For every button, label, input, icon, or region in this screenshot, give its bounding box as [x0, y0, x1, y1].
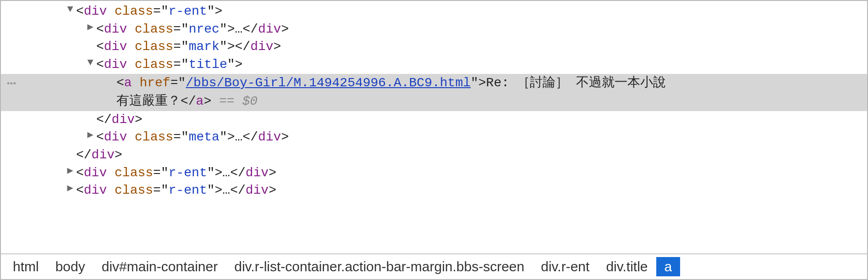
breadcrumb-bar[interactable]: html body div#main-container div.r-list-… [1, 253, 867, 279]
gutter-dots-icon[interactable]: ••• [1, 74, 20, 111]
dom-node-nrec[interactable]: ▶ <div class="nrec">…</div> [1, 21, 867, 39]
dom-tree[interactable]: ▼ <div class="r-ent"> ▶ <div class="nrec… [1, 1, 867, 200]
dom-node-mark[interactable]: <div class="mark"></div> [1, 38, 867, 56]
breadcrumb-item[interactable]: div#main-container [93, 257, 226, 276]
breadcrumb-item[interactable]: div.r-list-container.action-bar-margin.b… [226, 257, 533, 276]
breadcrumb-item[interactable]: body [47, 257, 93, 276]
breadcrumb-item[interactable]: div.r-ent [533, 257, 598, 276]
expand-toggle-down-icon[interactable]: ▼ [64, 3, 76, 17]
expand-toggle-right-icon[interactable]: ▶ [84, 129, 96, 142]
devtools-panel: ▼ <div class="r-ent"> ▶ <div class="nrec… [0, 0, 868, 280]
expand-toggle-right-icon[interactable]: ▶ [64, 182, 76, 196]
dom-node-r-ent-collapsed[interactable]: ▶ <div class="r-ent">…</div> [1, 182, 867, 200]
dom-node-r-ent-open[interactable]: ▼ <div class="r-ent"> [1, 3, 867, 21]
expand-toggle-right-icon[interactable]: ▶ [64, 164, 76, 178]
expand-toggle-down-icon[interactable]: ▼ [84, 56, 96, 70]
breadcrumb-item[interactable]: div.title [598, 257, 656, 276]
dom-node-anchor-selected[interactable]: ••• <a href="/bbs/Boy-Girl/M.1494254996.… [1, 74, 867, 111]
expand-toggle-right-icon[interactable]: ▶ [84, 21, 96, 34]
dom-node-title-open[interactable]: ▼ <div class="title"> [1, 56, 867, 74]
breadcrumb-item[interactable]: html [5, 257, 47, 276]
dom-node-r-ent-close[interactable]: </div> [1, 146, 867, 164]
dom-node-title-close[interactable]: </div> [1, 111, 867, 129]
dom-node-r-ent-collapsed[interactable]: ▶ <div class="r-ent">…</div> [1, 164, 867, 182]
href-link[interactable]: /bbs/Boy-Girl/M.1494254996.A.BC9.html [186, 76, 471, 90]
dom-node-meta[interactable]: ▶ <div class="meta">…</div> [1, 129, 867, 146]
breadcrumb-item-selected[interactable]: a [656, 257, 681, 276]
dollar-zero: $0 [242, 94, 258, 108]
